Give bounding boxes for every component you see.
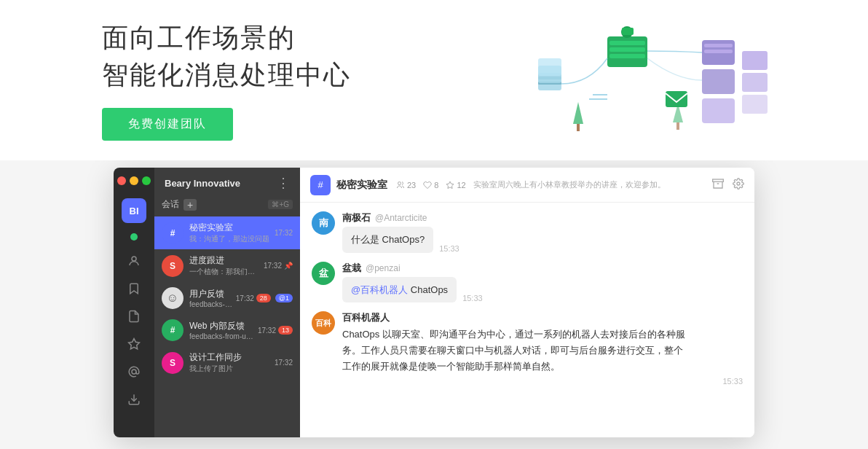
download-icon[interactable] xyxy=(124,389,144,410)
channel-icon: # xyxy=(162,319,184,341)
contacts-icon[interactable] xyxy=(124,251,144,271)
channel-info: 用户反馈 feedbacks-from-users: xyxy=(189,288,233,308)
bookmark-icon[interactable] xyxy=(124,278,144,299)
message-sender: 南极石 xyxy=(342,211,371,224)
close-button[interactable] xyxy=(117,176,126,185)
svg-rect-7 xyxy=(609,47,645,52)
hero-illustration xyxy=(494,22,771,138)
svg-rect-19 xyxy=(666,91,687,107)
message-header: 南极石 @Antarcticite xyxy=(342,211,743,224)
settings-icon[interactable] xyxy=(733,178,744,192)
conversations-bar: 会话 + ⌘+G xyxy=(154,195,300,216)
archive-icon[interactable] xyxy=(712,178,724,192)
svg-rect-10 xyxy=(622,28,634,35)
svg-marker-31 xyxy=(446,181,454,189)
maximize-button[interactable] xyxy=(142,176,151,185)
hero-right xyxy=(456,15,810,146)
message-text: ChatOps 以聊天室、即沟通平台为中心，通过一系列的机器人去对接后台的各种服… xyxy=(342,327,692,375)
chat-channel-icon: # xyxy=(310,175,331,195)
message-sender: 百科机器人 xyxy=(342,311,390,324)
channel-name: 进度跟进 xyxy=(189,254,261,267)
svg-point-26 xyxy=(132,257,136,261)
channel-name: 用户反馈 xyxy=(189,288,233,300)
chat-header-actions xyxy=(712,178,744,192)
message-content: 南极石 @Antarcticite 什么是 ChatOps? 15:33 xyxy=(342,211,743,253)
messages-container: 南 南极石 @Antarcticite 什么是 ChatOps? 15:33 xyxy=(300,203,754,437)
hero-section: 面向工作场景的 智能化消息处理中心 免费创建团队 xyxy=(0,0,868,160)
channel-list: Beary Innovative ⋮ 会话 + ⌘+G # 秘密实验室 我：沟通… xyxy=(154,168,300,437)
channel-list-body: # 秘密实验室 我：沟通了，那边没问题 17:32 S 进度跟进 一个植物：那我… xyxy=(154,216,300,437)
channel-item[interactable]: ☺ 用户反馈 feedbacks-from-users: 17:32 28 @1 xyxy=(154,282,300,314)
svg-rect-15 xyxy=(702,98,735,123)
channel-item[interactable]: S 进度跟进 一个植物：那我们就这样决定了！ 17:32 📌 xyxy=(154,249,300,282)
svg-rect-16 xyxy=(742,51,768,70)
channel-name: 秘密实验室 xyxy=(189,222,272,234)
svg-rect-23 xyxy=(676,122,679,130)
hero-left: 面向工作场景的 智能化消息处理中心 免费创建团队 xyxy=(58,20,456,141)
minimize-button[interactable] xyxy=(130,176,138,185)
message-time: 15:33 xyxy=(439,244,459,253)
message-handle: @penzai xyxy=(366,263,401,273)
message-time: 15:33 xyxy=(462,294,483,302)
svg-marker-20 xyxy=(573,102,583,124)
team-avatar[interactable]: BI xyxy=(122,198,146,223)
channel-info: 进度跟进 一个植物：那我们就这样决定了！ xyxy=(189,254,261,277)
channel-info: 秘密实验室 我：沟通了，那边没问题 xyxy=(189,222,272,244)
svg-point-30 xyxy=(398,181,401,184)
at-icon[interactable] xyxy=(124,362,144,382)
svg-rect-14 xyxy=(702,69,735,94)
channel-item[interactable]: # Web 内部反馈 feedbacks-from-users: a2: 17:… xyxy=(154,314,300,346)
chat-area: # 秘密实验室 23 8 12 实验室周六晚上有小林章教授举办的 xyxy=(300,168,754,437)
message-content: 百科机器人 ChatOps 以聊天室、即沟通平台为中心，通过一系列的机器人去对接… xyxy=(342,311,743,386)
channel-time: 17:32 xyxy=(275,229,293,237)
file-icon[interactable] xyxy=(124,306,144,327)
svg-rect-4 xyxy=(538,58,561,76)
workspace-title: Beary Innovative xyxy=(165,178,240,189)
channel-preview: 一个植物：那我们就这样决定了！ xyxy=(189,267,261,277)
star-count: 12 xyxy=(446,179,465,190)
app-window: BI Beary Innovative xyxy=(114,168,754,437)
chat-channel-name: 秘密实验室 xyxy=(336,179,387,192)
message-time: 15:33 xyxy=(342,377,743,386)
channel-icon: # xyxy=(162,222,184,244)
icon-bar: BI xyxy=(114,168,154,437)
star-icon[interactable] xyxy=(124,334,144,354)
channel-name: Web 内部反馈 xyxy=(189,320,255,332)
svg-rect-6 xyxy=(609,41,645,45)
conversations-label: 会话 xyxy=(162,198,179,211)
channel-list-header: Beary Innovative ⋮ xyxy=(154,168,300,195)
app-section: BI Beary Innovative xyxy=(0,160,868,445)
traffic-lights xyxy=(117,173,151,188)
message-bubble: 什么是 ChatOps? xyxy=(342,227,433,253)
message-row: 盆 盆栽 @penzai @百科机器人 ChatOps 15:33 xyxy=(312,262,743,303)
channel-preview: feedbacks-from-users: xyxy=(189,300,233,308)
svg-rect-32 xyxy=(713,179,724,181)
message-avatar: 南 xyxy=(312,211,335,235)
add-conversation-button[interactable]: + xyxy=(184,199,197,211)
svg-point-34 xyxy=(737,182,740,185)
message-row: 南 南极石 @Antarcticite 什么是 ChatOps? 15:33 xyxy=(312,211,743,253)
hero-title: 面向工作场景的 智能化消息处理中心 xyxy=(102,20,351,93)
channel-preview: feedbacks-from-users: a2: xyxy=(189,332,255,340)
pin-icon: 📌 xyxy=(284,262,293,270)
svg-rect-12 xyxy=(704,44,733,47)
message-avatar: 百科 xyxy=(312,311,335,335)
message-handle: @Antarcticite xyxy=(375,213,427,223)
more-icon[interactable]: ⋮ xyxy=(277,175,290,191)
channel-icon: ☺ xyxy=(162,287,184,309)
cta-button[interactable]: 免费创建团队 xyxy=(102,108,233,141)
channel-description: 实验室周六晚上有小林章教授举办的讲座，欢迎参加。 xyxy=(473,179,666,190)
channel-preview: 我上传了图片 xyxy=(189,364,272,374)
message-sender: 盆栽 xyxy=(342,262,361,275)
badge-group: 28 @1 xyxy=(254,294,293,302)
unread-badge: 28 xyxy=(256,294,271,302)
channel-item[interactable]: S 设计工作同步 我上传了图片 17:32 xyxy=(154,346,300,379)
message-row: 百科 百科机器人 ChatOps 以聊天室、即沟通平台为中心，通过一系列的机器人… xyxy=(312,311,743,386)
channel-item[interactable]: # 秘密实验室 我：沟通了，那边没问题 17:32 xyxy=(154,216,300,249)
channel-preview: 我：沟通了，那边没问题 xyxy=(189,234,272,244)
channel-name: 设计工作同步 xyxy=(189,351,272,364)
svg-marker-27 xyxy=(129,339,140,349)
message-header: 盆栽 @penzai xyxy=(342,262,743,275)
svg-rect-17 xyxy=(742,73,768,92)
channel-icon: S xyxy=(162,255,184,277)
